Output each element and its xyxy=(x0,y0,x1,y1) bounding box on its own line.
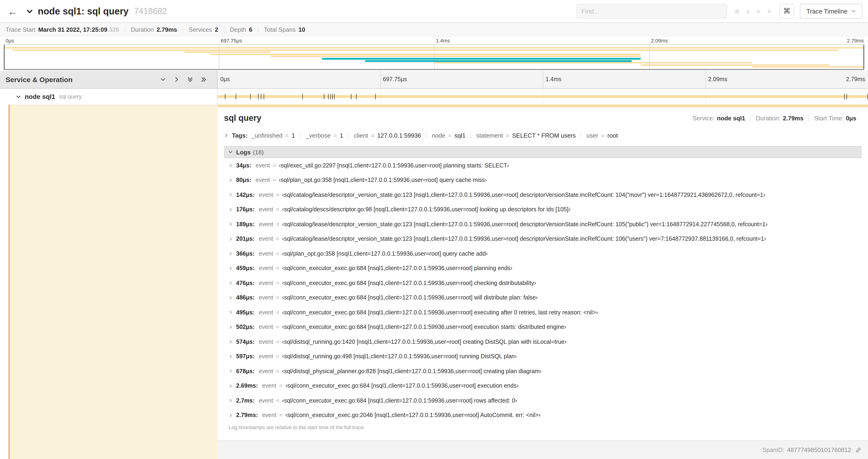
back-button[interactable]: ← xyxy=(6,4,20,18)
collapse-all-button[interactable] xyxy=(201,76,207,83)
logs-count: (18) xyxy=(253,149,264,156)
tag-equals: = xyxy=(334,132,337,139)
command-icon: ⌘ xyxy=(783,7,790,15)
log-timestamp: 502μs: xyxy=(236,324,254,330)
tags-list: _unfinished=1_verbose=1client=127.0.0.1:… xyxy=(251,132,623,139)
spanid-bar: SpanID: 4877749850101760812 xyxy=(217,440,868,459)
tags-toggle[interactable]: Tags: _unfinished=1_verbose=1client=127.… xyxy=(224,130,862,140)
span-row[interactable]: node sql1 sql query xyxy=(0,89,868,104)
log-key: event xyxy=(259,236,273,242)
span-log-marker xyxy=(375,94,376,99)
tag-item: user=root xyxy=(581,132,623,139)
log-timestamp: 574μs: xyxy=(236,339,254,345)
clear-icon[interactable]: ✕ xyxy=(767,8,772,14)
span-duration-bar[interactable] xyxy=(217,95,868,98)
log-key: event xyxy=(255,177,270,184)
chevron-down-icon xyxy=(16,94,21,99)
timeline-tick-label: 1.4ms xyxy=(434,38,450,43)
trace-info-value: 2.79ms xyxy=(157,26,177,33)
log-row[interactable]: 2.7ms:event=‹sql/conn_executor_exec.go:6… xyxy=(224,393,862,408)
chevron-right-icon xyxy=(174,76,180,83)
spanid-label: SpanID: xyxy=(762,447,784,453)
span-detail-title: sql query xyxy=(224,113,261,123)
span-operation-name: sql query xyxy=(59,93,82,100)
timeline-gridline xyxy=(543,71,543,88)
logs-toggle[interactable]: Logs (18) xyxy=(224,146,862,158)
log-row[interactable]: 495μs:event=‹sql/conn_executor_exec.go:6… xyxy=(224,305,862,320)
log-timestamp: 2.7ms: xyxy=(236,397,254,404)
minimap-canvas[interactable] xyxy=(4,44,864,70)
collapse-one-button[interactable] xyxy=(174,76,180,83)
trace-info-bar: Trace StartMarch 31 2022, 17:25:09.326Du… xyxy=(0,22,868,36)
log-row[interactable]: 597μs:event=‹sql/distsql_running.go:498 … xyxy=(224,349,862,364)
log-row[interactable]: 476μs:event=‹sql/conn_executor_exec.go:6… xyxy=(224,276,862,290)
log-row[interactable]: 486μs:event=‹sql/conn_executor_exec.go:6… xyxy=(224,290,862,305)
timeline-tick-label: 2.09ms xyxy=(649,38,668,43)
expand-all-button[interactable] xyxy=(187,76,193,83)
log-key: event xyxy=(259,280,273,286)
detail-left-column-fill xyxy=(8,104,217,459)
tags-label: Tags: xyxy=(232,132,248,139)
chevron-right-icon xyxy=(229,355,233,359)
log-value: ‹sql/conn_executor_exec.go:684 [nsql1,cl… xyxy=(282,265,513,272)
find-input[interactable] xyxy=(582,8,722,15)
timeline-tick-label: 2.79ms xyxy=(847,38,864,43)
log-row[interactable]: 678μs:event=‹sql/distsql_physical_planne… xyxy=(224,364,862,379)
log-equals: = xyxy=(276,265,279,272)
log-equals: = xyxy=(276,324,279,330)
tag-item: _verbose=1 xyxy=(301,132,349,139)
span-name-cell[interactable]: node sql1 sql query xyxy=(0,89,217,104)
service-operation-header: Service & Operation xyxy=(0,71,217,88)
trace-info-label: Total Spans xyxy=(264,26,296,33)
log-key: event xyxy=(262,412,276,419)
stat-value: 0μs xyxy=(846,114,856,122)
circle-plus-icon[interactable]: ⊕ xyxy=(735,8,740,14)
chevron-right-icon xyxy=(229,413,233,418)
log-key: event xyxy=(259,353,273,360)
log-key: event xyxy=(259,309,273,316)
log-equals: = xyxy=(276,397,279,404)
log-equals: = xyxy=(276,192,279,198)
minimap-scrubber-left[interactable] xyxy=(4,45,5,69)
timeline-tick-label: 2.09ms xyxy=(705,76,727,83)
log-row[interactable]: 574μs:event=‹sql/distsql_running.go:1420… xyxy=(224,334,862,349)
log-row[interactable]: 2.69ms:event=‹sql/conn_executor_exec.go:… xyxy=(224,379,862,393)
timeline-tick-label: 1.4ms xyxy=(543,76,561,83)
trace-collapse-toggle[interactable] xyxy=(26,8,33,15)
timeline-tick-label: 697.75μs xyxy=(380,76,407,83)
timeline-axis[interactable]: 0μs697.75μs1.4ms2.09ms2.79ms xyxy=(217,71,868,88)
minimap-scrubber-right[interactable] xyxy=(863,45,864,69)
log-row[interactable]: 80μs:event=‹sql/plan_opt.go:358 [nsql1,c… xyxy=(224,173,862,188)
log-row[interactable]: 366μs:event=‹sql/plan_opt.go:358 [nsql1,… xyxy=(224,246,862,261)
log-equals: = xyxy=(279,412,283,419)
log-row[interactable]: 176μs:event=‹sql/catalog/descs/descripto… xyxy=(224,202,862,217)
log-row[interactable]: 502μs:event=‹sql/conn_executor_exec.go:6… xyxy=(224,320,862,334)
span-log-marker xyxy=(302,94,303,99)
timeline-minimap: 0μs697.75μs1.4ms2.09ms2.79ms xyxy=(0,36,868,71)
span-log-marker xyxy=(250,94,251,99)
minimap-span-bar xyxy=(322,58,641,60)
log-value: ‹sql/conn_executor_exec.go:684 [nsql1,cl… xyxy=(285,383,519,389)
header-controls: ⊕ ∧ ∨ ✕ ⌘ Trace Timeline xyxy=(576,4,862,19)
chevron-down-icon[interactable]: ∨ xyxy=(756,8,761,14)
chevron-up-icon[interactable]: ∧ xyxy=(746,8,750,14)
log-row[interactable]: 459μs:event=‹sql/conn_executor_exec.go:6… xyxy=(224,261,862,276)
log-equals: = xyxy=(276,295,279,301)
log-row[interactable]: 34μs:event=‹sql/exec_util.go:2297 [nsql1… xyxy=(224,158,862,173)
chevron-down-icon xyxy=(160,76,166,83)
log-row[interactable]: 2.79ms:event=‹sql/conn_executor_exec.go:… xyxy=(224,408,862,423)
keyboard-shortcuts-button[interactable]: ⌘ xyxy=(779,4,794,19)
log-row[interactable]: 142μs:event=‹sql/catalog/lease/descripto… xyxy=(224,188,862,202)
log-timestamp: 459μs: xyxy=(236,265,254,272)
tag-item: node=sql1 xyxy=(427,132,471,139)
stat-label: Service: xyxy=(692,114,714,122)
minimap-span-bar xyxy=(271,56,641,57)
minimap-span-bar xyxy=(184,51,271,53)
minimap-span-bar xyxy=(641,64,830,66)
expand-one-button[interactable] xyxy=(160,76,166,83)
trace-view-select[interactable]: Trace Timeline xyxy=(800,4,862,19)
log-row[interactable]: 201μs:event=‹sql/catalog/lease/descripto… xyxy=(224,232,862,246)
link-icon[interactable] xyxy=(855,447,862,453)
log-row[interactable]: 189μs:event=‹sql/catalog/lease/descripto… xyxy=(224,217,862,232)
span-log-marker xyxy=(356,94,357,99)
